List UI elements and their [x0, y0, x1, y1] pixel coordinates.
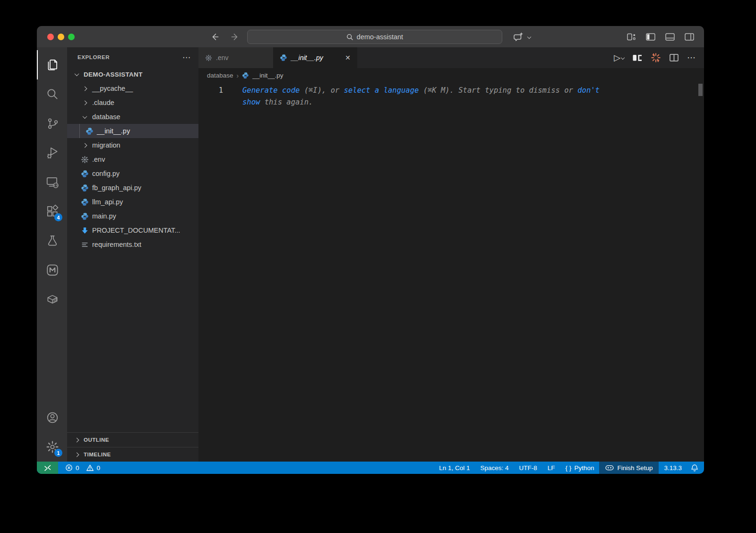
window-controls	[47, 26, 75, 47]
language-mode-status[interactable]: { } Python	[560, 462, 600, 474]
breadcrumb-file[interactable]: __init__.py	[252, 72, 283, 79]
eol-status[interactable]: LF	[542, 462, 560, 474]
toggle-secondary-sidebar-icon[interactable]	[684, 32, 695, 42]
activity-bar: 4 1	[37, 47, 67, 462]
notifications-bell-icon[interactable]	[687, 462, 704, 474]
accounts-icon[interactable]	[37, 403, 67, 432]
tab-env[interactable]: .env	[198, 47, 273, 68]
errors-icon	[65, 464, 73, 472]
oc-extension-icon[interactable]	[632, 54, 643, 62]
python-file-icon	[86, 127, 94, 135]
editor-actions: ▷	[614, 47, 704, 68]
search-activity-icon[interactable]	[37, 79, 67, 109]
tree-item-label: __pycache__	[92, 85, 133, 92]
remote-explorer-activity-icon[interactable]	[37, 167, 67, 197]
tree-item-project-documentation-md[interactable]: PROJECT_DOCUMENTAT...	[67, 223, 198, 237]
tree-item-database[interactable]: database	[67, 110, 198, 124]
editor-group: .env __init__.py ✕ ▷	[198, 47, 704, 462]
close-tab-icon[interactable]: ✕	[345, 54, 351, 61]
timeline-section-header[interactable]: TIMELINE	[67, 447, 198, 462]
explorer-more-actions-icon[interactable]: ⋯	[182, 52, 191, 62]
python-version-status[interactable]: 3.13.3	[659, 462, 687, 474]
line-number: 1	[198, 85, 223, 462]
toggle-primary-sidebar-icon[interactable]	[645, 32, 656, 42]
text-file-icon	[81, 241, 89, 249]
title-bar: demo-assistant	[37, 26, 704, 47]
warnings-icon	[86, 464, 94, 472]
python-file-icon	[81, 198, 89, 206]
extensions-activity-icon[interactable]: 4	[37, 197, 67, 226]
settings-badge: 1	[54, 449, 62, 457]
tree-root-demo-assistant[interactable]: DEMO-ASSISTANT	[67, 67, 198, 81]
cursor-position-status[interactable]: Ln 1, Col 1	[434, 462, 475, 474]
finish-setup-status[interactable]: Finish Setup	[599, 462, 659, 474]
close-window-button[interactable]	[47, 34, 54, 40]
select-language-link[interactable]: select a language	[344, 86, 419, 95]
outline-label: OUTLINE	[84, 437, 109, 443]
tree-item-fb-graph-api-py[interactable]: fb_graph_api.py	[67, 181, 198, 195]
gear-file-icon	[81, 156, 89, 164]
breadcrumb-folder[interactable]: database	[207, 72, 233, 79]
tab-init-py[interactable]: __init__.py ✕	[273, 47, 357, 68]
customize-layout-icon[interactable]	[627, 32, 636, 42]
explorer-title: EXPLORER	[77, 54, 110, 60]
tree-item-env[interactable]: .env	[67, 152, 198, 166]
tree-item-llm-api-py[interactable]: llm_api.py	[67, 195, 198, 209]
play-icon: ▷	[614, 53, 620, 62]
tree-item-migration[interactable]: migration	[67, 138, 198, 152]
settings-gear-icon[interactable]: 1	[37, 432, 67, 462]
generate-code-link[interactable]: Generate code	[242, 86, 300, 95]
tree-item-config-py[interactable]: config.py	[67, 166, 198, 181]
outline-section-header[interactable]: OUTLINE	[67, 432, 198, 447]
tree-item-label: PROJECT_DOCUMENTAT...	[92, 227, 180, 234]
tab-label: .env	[216, 54, 228, 61]
tree-item-label: main.py	[92, 212, 116, 220]
chevron-down-icon	[82, 114, 87, 119]
copilot-menu-button[interactable]	[513, 26, 531, 47]
minimize-window-button[interactable]	[58, 34, 64, 40]
tab-label: __init__.py	[291, 54, 323, 61]
editor-content[interactable]: 1 Generate code (⌘I), or select a langua…	[198, 83, 704, 462]
language-label: Python	[574, 464, 594, 472]
indentation-status[interactable]: Spaces: 4	[475, 462, 514, 474]
tab-bar: .env __init__.py ✕ ▷	[198, 47, 704, 68]
forward-arrow-icon[interactable]	[230, 32, 239, 42]
explorer-activity-icon[interactable]	[37, 50, 67, 79]
more-actions-icon[interactable]: ⋯	[687, 52, 696, 63]
testing-activity-icon[interactable]	[37, 226, 67, 255]
run-python-file-button[interactable]: ▷	[614, 53, 624, 62]
python-file-icon	[81, 212, 89, 220]
run-debug-activity-icon[interactable]	[37, 138, 67, 167]
claude-icon[interactable]	[651, 52, 661, 63]
m-extension-activity-icon[interactable]	[37, 255, 67, 285]
chevron-down-icon	[74, 71, 79, 76]
braces-icon: { }	[566, 464, 572, 472]
problems-status[interactable]: 0 0	[65, 464, 104, 472]
tree-item-pycache[interactable]: __pycache__	[67, 81, 198, 96]
sidebar-spacer	[67, 252, 198, 432]
tree-item-label: database	[92, 113, 120, 121]
container-activity-icon[interactable]	[37, 285, 67, 314]
desktop-background: demo-assistant	[0, 0, 756, 533]
vscode-window: demo-assistant	[37, 26, 704, 474]
remote-indicator[interactable]	[37, 462, 58, 474]
split-editor-icon[interactable]	[669, 53, 679, 62]
status-bar: 0 0 Ln 1, Col 1 Spaces: 4 UTF-8 LF { } P…	[37, 462, 704, 474]
encoding-status[interactable]: UTF-8	[514, 462, 542, 474]
tree-item-main-py[interactable]: main.py	[67, 209, 198, 223]
python-file-icon	[280, 54, 287, 61]
search-icon	[346, 34, 353, 41]
tree-item-claude[interactable]: .claude	[67, 96, 198, 110]
python-file-icon	[81, 184, 89, 192]
zoom-window-button[interactable]	[68, 34, 75, 40]
tree-item-label: requirements.txt	[92, 241, 141, 248]
editor-scrollbar[interactable]	[698, 84, 703, 96]
tree-item-init-py[interactable]: __init__.py	[67, 124, 198, 138]
source-control-activity-icon[interactable]	[37, 109, 67, 138]
copilot-icon	[605, 464, 614, 471]
tree-item-requirements-txt[interactable]: requirements.txt	[67, 237, 198, 252]
tree-item-label: .env	[92, 156, 105, 163]
command-center-search[interactable]: demo-assistant	[247, 30, 502, 44]
back-arrow-icon[interactable]	[211, 32, 220, 42]
toggle-panel-icon[interactable]	[665, 32, 675, 42]
